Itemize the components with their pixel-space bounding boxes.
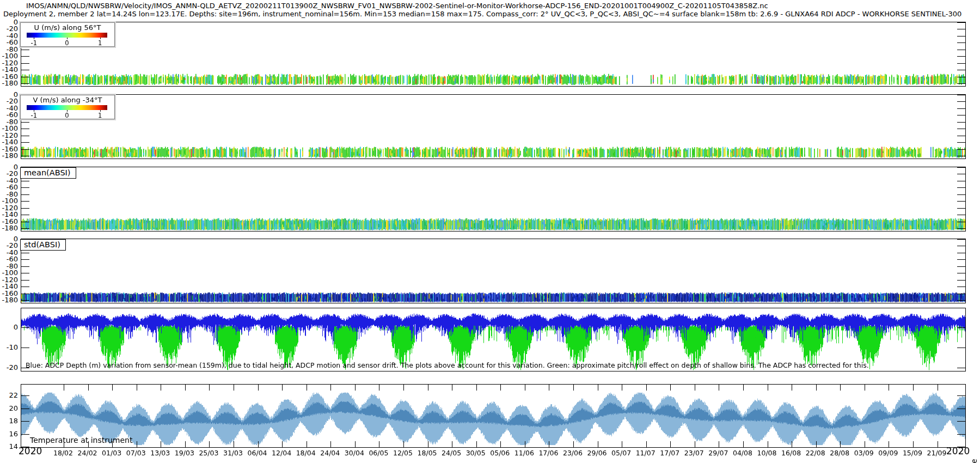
y-tick [21,181,29,181]
y-tick [957,246,965,246]
x-tick [161,441,161,447]
x-tick [258,385,259,391]
x-tick [500,441,501,447]
std-absi-label: std(ABSI) [20,239,66,251]
v-velocity-plot-canvas [21,95,965,159]
x-tick [646,441,647,447]
colorbar-tick-label: 0 [65,112,69,119]
y-tick [21,222,29,222]
x-tick [549,441,549,447]
y-tick [957,273,965,273]
y-tick [957,56,965,57]
x-tick-label: 23/07 [684,449,704,457]
x-tick [209,441,210,447]
x-tick [816,441,817,447]
y-tick-label: 0 [0,323,18,331]
colorbar-tick-label: 0 [65,39,69,47]
jet-colorbar: -1 0 1 [27,33,107,38]
y-tick [957,95,965,95]
x-tick [889,385,889,391]
x-tick [622,441,622,447]
depth-variation-annotation: Blue: ADCP Depth (m) variation from sens… [26,361,869,369]
y-tick [21,395,29,396]
y-tick [957,421,965,422]
x-tick [307,385,307,391]
x-tick [792,441,792,447]
x-tick-label: 24/05 [442,449,461,457]
x-tick [428,441,428,447]
x-tick [889,441,889,447]
y-tick [957,174,965,174]
y-tick [21,447,29,447]
y-tick [957,42,965,43]
y-tick [957,253,965,253]
y-tick [957,63,965,64]
x-tick [743,385,744,391]
y-tick [957,287,965,287]
x-tick [938,441,938,447]
y-tick [21,63,29,64]
x-tick [476,385,477,391]
x-tick [695,441,695,447]
y-tick [21,156,29,156]
y-tick [21,287,29,287]
y-tick [957,395,965,396]
panel-depth-variation: Blue: ADCP Depth (m) variation from sens… [21,308,966,371]
colorbar-tick-label: -1 [31,112,37,119]
x-tick [355,441,356,447]
x-tick-label: 17/07 [660,449,679,457]
x-tick-label: 21/09 [927,449,947,457]
x-tick [161,385,161,391]
y-tick [21,273,29,273]
y-tick [957,294,965,294]
panel-std-absi: std(ABSI) 0-20-40-60-80-100-120-140-160-… [21,239,966,303]
y-tick [21,266,29,267]
x-tick [403,385,404,391]
imos-copyright-watermark: © IMOS 05-May-2025 09:47:54 Hobart time [970,459,978,463]
x-tick [913,441,914,447]
x-tick-label: 13/03 [150,449,170,457]
x-tick [670,441,671,447]
y-tick [957,167,965,168]
x-tick [622,385,622,391]
u-colorbar-legend: U (m/s) along 56°T -1 0 1 [20,22,115,47]
x-tick-label: 29/06 [587,449,607,457]
x-tick-label: 22/08 [806,449,825,457]
x-tick [525,441,525,447]
y-tick [957,129,965,129]
x-tick-label: 28/08 [830,449,849,457]
x-tick [137,441,137,447]
x-tick-label: 24/04 [320,449,340,457]
x-tick [913,385,914,391]
x-tick-label: 04/08 [733,449,752,457]
y-tick [21,280,29,281]
colorbar-tick-label: 1 [98,112,102,119]
x-tick-label: 03/09 [854,449,874,457]
y-tick [957,201,965,202]
y-tick [21,208,29,209]
x-tick [258,441,259,447]
x-tick [525,385,525,391]
y-tick [957,368,965,368]
x-tick [768,441,768,447]
x-tick [452,441,452,447]
x-tick [379,385,379,391]
x-tick [403,441,404,447]
y-tick [21,294,29,294]
y-tick [957,327,965,328]
x-tick-label: 09/09 [878,449,898,457]
y-tick [21,259,29,260]
x-tick [234,385,234,391]
y-tick [957,136,965,136]
jet-colorbar: -1 0 1 [27,105,107,110]
x-tick [865,441,865,447]
y-tick [957,228,965,229]
y-tick [21,56,29,57]
y-tick [21,434,29,435]
mean-absi-plot-canvas [21,167,965,231]
y-tick [21,215,29,215]
x-tick-label: 18/02 [53,449,73,457]
figure-title-filename: IMOS/ANMN/QLD/NWSBRW/Velocity/IMOS_ANMN-… [26,2,768,10]
x-tick-label: 24/02 [78,449,97,457]
y-tick-label: 22 [0,391,18,399]
